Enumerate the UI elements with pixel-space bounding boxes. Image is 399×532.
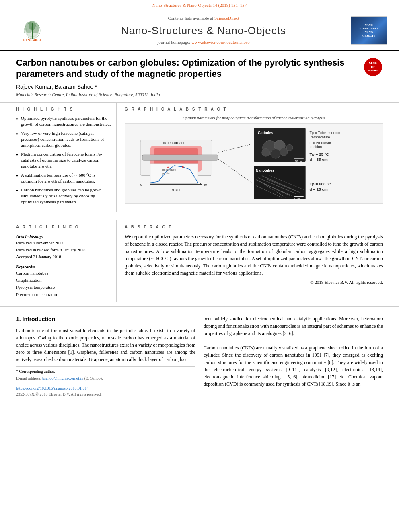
svg-text:5 μm: 5 μm xyxy=(294,197,300,201)
highlights-label: H I G H L I G H T S xyxy=(16,107,112,112)
abstract-text: We report the optimized parameters neces… xyxy=(125,233,383,277)
email-note: E-mail address: bsahoo@mrc.iisc.ernet.in… xyxy=(16,375,195,381)
journal-issue-info: Nano-Structures & Nano-Objects 14 (2018)… xyxy=(152,3,247,8)
svg-text:d = Precursor: d = Precursor xyxy=(310,140,331,144)
article-history: Article history: Received 9 November 201… xyxy=(16,233,112,261)
graphical-abstract-column: G R A P H I C A L A B S T R A C T Optima… xyxy=(117,103,391,212)
graphical-abstract-label: G R A P H I C A L A B S T R A C T xyxy=(125,107,383,112)
check-for-updates-badge: Checkforupdates xyxy=(363,57,383,77)
body-columns: 1. Introduction Carbon is one of the mos… xyxy=(16,315,383,397)
journal-header: ELSEVIER Contents lists available at Sci… xyxy=(0,11,399,50)
article-title-row: Carbon nanotubes or carbon globules: Opt… xyxy=(16,57,383,80)
svg-text:Globules: Globules xyxy=(258,130,273,134)
article-authors: Rajeev Kumar, Balaram Sahoo * xyxy=(16,83,383,91)
svg-line-53 xyxy=(218,144,253,152)
keyword-4: Precursor concentration xyxy=(16,291,112,298)
doi-section: https://doi.org/10.1016/j.nanoso.2018.01… xyxy=(16,385,195,391)
sciencedirect-link[interactable]: ScienceDirect xyxy=(214,16,239,21)
keywords-list: Carbon nanotubes Graphitization Pyrolysi… xyxy=(16,270,112,298)
svg-text:10 μm: 10 μm xyxy=(295,160,303,163)
top-bar: Nano-Structures & Nano-Objects 14 (2018)… xyxy=(0,0,399,11)
keyword-1: Carbon nanotubes xyxy=(16,270,112,277)
svg-point-29 xyxy=(262,148,270,156)
article-info-abstract-section: A R T I C L E I N F O Article history: R… xyxy=(0,220,399,302)
svg-text:ELSEVIER: ELSEVIER xyxy=(23,38,41,42)
svg-text:Tp = Tube insertion: Tp = Tube insertion xyxy=(310,130,341,134)
journal-cover-image: NANOSTRUCTURESNANOOBJECTS xyxy=(351,16,387,45)
section-divider-2 xyxy=(0,306,399,307)
svg-text:d = 35 cm: d = 35 cm xyxy=(310,157,328,162)
svg-text:A: A xyxy=(167,166,169,169)
journal-cover-area: NANOSTRUCTURESNANOOBJECTS xyxy=(351,16,391,45)
highlight-item-5: Carbon nanotubes and globules can be gro… xyxy=(16,187,112,205)
svg-text:B: B xyxy=(182,166,184,169)
intro-text-col1: Carbon is one of the most versatile elem… xyxy=(16,327,195,363)
publisher-logo-area: ELSEVIER xyxy=(8,18,56,43)
svg-text:40: 40 xyxy=(203,183,207,187)
graphical-abstract-content: Optimal parameters for morphological tra… xyxy=(125,115,383,204)
highlight-item-1: Optimized pyrolytic synthesis parameters… xyxy=(16,115,112,128)
contents-line: Contents lists available at ScienceDirec… xyxy=(56,15,351,21)
email-label: E-mail address: xyxy=(16,376,41,380)
intro-heading: 1. Introduction xyxy=(16,315,195,324)
svg-text:Tube Furnace: Tube Furnace xyxy=(162,140,185,144)
svg-line-54 xyxy=(218,159,253,183)
check-badge-icon: Checkforupdates xyxy=(364,58,382,76)
section-divider-1 xyxy=(0,216,399,216)
highlights-column: H I G H L I G H T S Optimized pyrolytic … xyxy=(8,103,117,212)
email-suffix: (B. Sahoo). xyxy=(84,376,103,380)
body-section: 1. Introduction Carbon is one of the mos… xyxy=(0,311,399,401)
svg-text:Nanotubes: Nanotubes xyxy=(256,168,274,173)
article-info-column: A R T I C L E I N F O Article history: R… xyxy=(8,220,117,302)
journal-title-area: Contents lists available at ScienceDirec… xyxy=(56,15,351,45)
article-affiliation: Materials Research Centre, Indian Instit… xyxy=(16,92,383,98)
issn-section: 2352-507X/© 2018 Elsevier B.V. All right… xyxy=(16,391,195,397)
svg-text:Tp = 25 °C: Tp = 25 °C xyxy=(310,152,329,156)
abstract-copyright: © 2018 Elsevier B.V. All rights reserved… xyxy=(125,279,383,286)
svg-rect-12 xyxy=(142,155,218,160)
abstract-label: A B S T R A C T xyxy=(125,224,383,230)
footnote-section: * Corresponding author. E-mail address: … xyxy=(16,366,195,381)
keywords-section: Keywords: Carbon nanotubes Graphitizatio… xyxy=(16,264,112,298)
revised-date: Received in revised form 8 January 2018 xyxy=(16,247,112,254)
body-col-left: 1. Introduction Carbon is one of the mos… xyxy=(16,315,195,397)
ga-diagram: Tube Furnace 0 40 d (cm) Temperature pro… xyxy=(125,123,383,204)
keywords-title: Keywords: xyxy=(16,264,112,270)
article-info-content: Article history: Received 9 November 201… xyxy=(16,233,112,298)
svg-text:Tp = 600 °C: Tp = 600 °C xyxy=(310,182,331,186)
received-date: Received 9 November 2017 xyxy=(16,240,112,247)
abstract-column: A B S T R A C T We report the optimized … xyxy=(117,220,391,302)
ga-svg: Tube Furnace 0 40 d (cm) Temperature pro… xyxy=(125,124,383,203)
elsevier-logo-icon: ELSEVIER xyxy=(14,18,50,43)
svg-text:0: 0 xyxy=(140,183,142,187)
svg-text:temperature: temperature xyxy=(311,135,330,139)
keyword-3: Pyrolysis temperature xyxy=(16,284,112,291)
article-info-label: A R T I C L E I N F O xyxy=(16,224,112,230)
svg-rect-18 xyxy=(150,164,198,184)
doi-link[interactable]: https://doi.org/10.1016/j.nanoso.2018.01… xyxy=(16,386,88,390)
svg-point-30 xyxy=(286,144,293,151)
journal-cover-text: NANOSTRUCTURESNANOOBJECTS xyxy=(358,22,380,39)
svg-point-27 xyxy=(271,149,281,158)
svg-point-28 xyxy=(280,148,288,156)
homepage-link[interactable]: www.elsevier.com/locate/nanoso xyxy=(191,40,250,45)
corresponding-note: * Corresponding author. xyxy=(16,368,195,374)
ga-diagram-title: Optimal parameters for morphological tra… xyxy=(125,115,383,121)
svg-text:d (cm): d (cm) xyxy=(172,188,181,191)
highlights-graphical-section: H I G H L I G H T S Optimized pyrolytic … xyxy=(0,103,399,212)
svg-text:position: position xyxy=(310,145,322,149)
intro-text-col2: been widely studied for electrochemical … xyxy=(204,315,383,388)
highlight-item-3: Medium concentration of ferrocene forms … xyxy=(16,151,112,170)
svg-text:Temperature: Temperature xyxy=(160,168,176,172)
highlights-list: Optimized pyrolytic synthesis parameters… xyxy=(16,115,112,205)
svg-point-5 xyxy=(29,21,36,30)
svg-text:d = 25 cm: d = 25 cm xyxy=(310,187,328,191)
svg-text:profile: profile xyxy=(162,171,170,175)
highlight-item-2: Very low or very high ferrocene (catalys… xyxy=(16,130,112,149)
abstract-content: We report the optimized parameters neces… xyxy=(125,233,383,286)
journal-main-title: Nano-Structures & Nano-Objects xyxy=(56,23,351,38)
article-header: Carbon nanotubes or carbon globules: Opt… xyxy=(0,51,399,103)
email-address[interactable]: bsahoo@mrc.iisc.ernet.in xyxy=(42,376,83,380)
homepage-line: journal homepage: www.elsevier.com/locat… xyxy=(56,39,351,45)
highlight-item-4: A sublimation temperature of ∼ 600 °C is… xyxy=(16,172,112,185)
